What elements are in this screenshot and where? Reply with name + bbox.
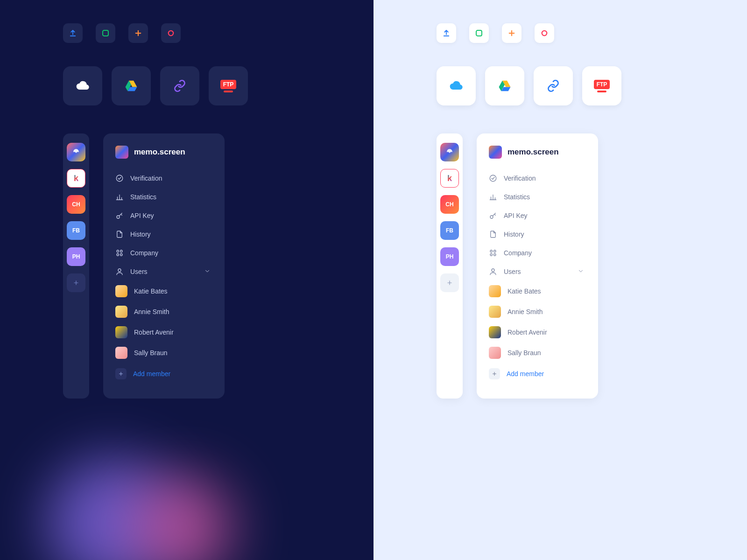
workspace-fb[interactable]: FB: [67, 221, 85, 240]
link-storage-button[interactable]: [160, 66, 199, 105]
nav-statistics[interactable]: Statistics: [103, 188, 225, 206]
main-layout: k CH FB PH memo.screen Verification Stat…: [397, 133, 724, 399]
avatar-icon: [489, 347, 501, 359]
cloud-icon: [449, 78, 464, 93]
workspace-ch[interactable]: CH: [440, 195, 459, 214]
workspace-ph[interactable]: PH: [67, 247, 85, 266]
nav-label: API Key: [130, 212, 154, 219]
workspace-ch[interactable]: CH: [67, 195, 85, 214]
square-icon: [475, 29, 483, 37]
plus-icon: [134, 29, 142, 37]
add-member-button[interactable]: Add member: [103, 363, 225, 385]
user-annie-smith[interactable]: Annie Smith: [477, 301, 598, 322]
avatar-icon: [115, 326, 127, 338]
upload-icon: [442, 29, 451, 37]
add-workspace-button[interactable]: [440, 273, 459, 292]
cloud-storage-button[interactable]: [437, 66, 476, 105]
svg-point-2: [116, 175, 123, 182]
upload-button[interactable]: [63, 23, 83, 43]
ftp-label: FTP: [223, 81, 234, 88]
svg-point-8: [118, 269, 121, 272]
key-icon: [115, 211, 124, 220]
nav-history[interactable]: History: [103, 225, 225, 244]
nav-label: Users: [130, 268, 148, 275]
avatar-icon: [489, 306, 501, 318]
user-katie-bates[interactable]: Katie Bates: [103, 281, 225, 301]
user-robert-avenir[interactable]: Robert Avenir: [477, 322, 598, 343]
bar-chart-icon: [115, 193, 124, 201]
cloud-storage-button[interactable]: [63, 66, 102, 105]
nav-label: Users: [504, 268, 521, 275]
svg-point-10: [542, 31, 547, 36]
add-member-button[interactable]: Add member: [477, 363, 598, 385]
swirl-icon: [72, 148, 80, 156]
ftp-icon: FTP: [594, 80, 610, 92]
grid-icon: [489, 249, 497, 257]
nav-label: History: [504, 231, 524, 238]
user-robert-avenir[interactable]: Robert Avenir: [103, 322, 225, 343]
svg-point-15: [490, 254, 493, 256]
drive-icon: [124, 79, 138, 93]
k-logo-icon: k: [447, 174, 452, 183]
app-title: memo.screen: [507, 147, 559, 157]
user-name: Katie Bates: [507, 287, 541, 295]
record-button[interactable]: [161, 23, 181, 43]
plus-box-icon: [115, 368, 127, 379]
workspace-k[interactable]: k: [440, 169, 459, 188]
drive-storage-button[interactable]: [485, 66, 524, 105]
link-icon: [547, 79, 560, 92]
chevron-down-icon: [204, 268, 211, 274]
nav-label: Statistics: [504, 193, 530, 201]
user-name: Annie Smith: [134, 308, 169, 315]
nav-history[interactable]: History: [477, 225, 598, 244]
square-button[interactable]: [469, 23, 489, 43]
user-annie-smith[interactable]: Annie Smith: [103, 301, 225, 322]
ftp-storage-button[interactable]: FTP: [209, 66, 248, 105]
nav-label: Company: [130, 249, 158, 257]
plus-button[interactable]: [502, 23, 521, 43]
drive-icon: [498, 79, 512, 93]
user-name: Sally Braun: [134, 349, 168, 357]
nav-api-key[interactable]: API Key: [477, 206, 598, 225]
nav-users[interactable]: Users: [103, 262, 225, 281]
square-button[interactable]: [96, 23, 115, 43]
workspace-label: PH: [446, 253, 454, 260]
link-storage-button[interactable]: [534, 66, 573, 105]
workspace-ph[interactable]: PH: [440, 247, 459, 266]
ftp-icon: FTP: [220, 80, 237, 92]
nav-company[interactable]: Company: [103, 244, 225, 262]
workspace-logo[interactable]: [67, 143, 85, 161]
swirl-icon: [445, 148, 454, 156]
file-icon: [115, 230, 124, 238]
user-name: Annie Smith: [507, 308, 543, 315]
nav-verification[interactable]: Verification: [477, 169, 598, 188]
user-name: Sally Braun: [507, 349, 541, 357]
svg-point-5: [120, 250, 123, 252]
nav-company[interactable]: Company: [477, 244, 598, 262]
nav-statistics[interactable]: Statistics: [477, 188, 598, 206]
check-circle-icon: [115, 174, 124, 182]
main-layout: k CH FB PH memo.screen Verification Stat…: [23, 133, 350, 399]
avatar-icon: [115, 285, 127, 297]
user-katie-bates[interactable]: Katie Bates: [477, 281, 598, 301]
nav-users[interactable]: Users: [477, 262, 598, 281]
nav-label: Verification: [504, 175, 536, 182]
workspace-k[interactable]: k: [67, 169, 85, 188]
record-button[interactable]: [535, 23, 554, 43]
workspace-fb[interactable]: FB: [440, 221, 459, 240]
svg-point-17: [492, 269, 494, 272]
upload-button[interactable]: [437, 23, 456, 43]
user-name: Katie Bates: [134, 287, 168, 295]
drive-storage-button[interactable]: [112, 66, 151, 105]
sidebar-panel: memo.screen Verification Statistics API …: [477, 133, 598, 399]
ftp-storage-button[interactable]: FTP: [582, 66, 621, 105]
workspace-logo[interactable]: [440, 143, 459, 161]
user-sally-braun[interactable]: Sally Braun: [477, 343, 598, 363]
workspace-rail: k CH FB PH: [437, 133, 463, 399]
svg-point-13: [490, 250, 493, 252]
user-sally-braun[interactable]: Sally Braun: [103, 343, 225, 363]
nav-api-key[interactable]: API Key: [103, 206, 225, 225]
plus-button[interactable]: [128, 23, 148, 43]
nav-verification[interactable]: Verification: [103, 169, 225, 188]
add-workspace-button[interactable]: [67, 273, 85, 292]
